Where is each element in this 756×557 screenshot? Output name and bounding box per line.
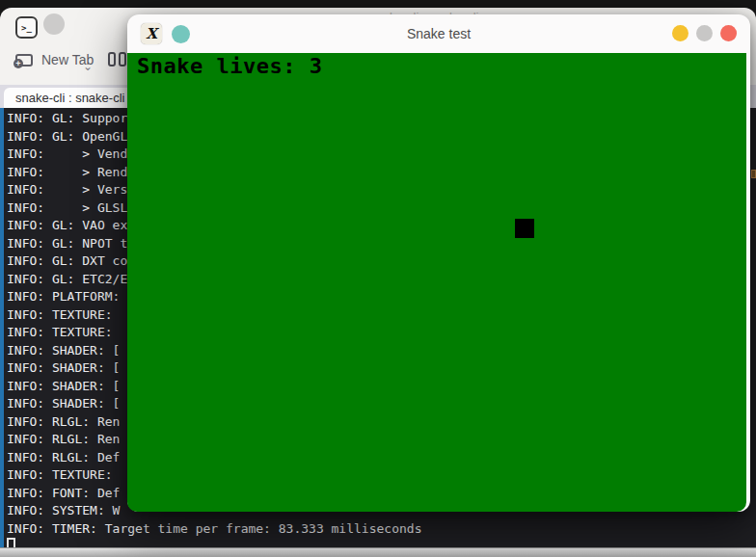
desktop: >_ snake-cli : snake-cli + New Tab ⌄ sna… (0, 0, 756, 557)
snake-square (515, 219, 534, 238)
maximize-button[interactable] (696, 25, 713, 41)
terminal-cursor (7, 538, 15, 547)
gray-dot-icon (43, 13, 65, 35)
terminal-edge-glyph (751, 170, 756, 178)
minimize-button[interactable] (672, 25, 688, 41)
taskbar-strip (0, 547, 756, 557)
plus-badge-icon: + (14, 59, 23, 68)
scroll-indicator[interactable] (0, 108, 4, 547)
terminal-app-icon[interactable]: >_ (15, 16, 38, 39)
snake-titlebar[interactable]: X Snake test (127, 14, 750, 53)
snake-window: X Snake test Snake lives: 3 (127, 14, 750, 512)
terminal-prompt-glyph: >_ (21, 23, 32, 33)
window-controls (672, 25, 737, 41)
snake-window-title: Snake test (127, 26, 750, 41)
new-tab-icon: + (15, 54, 33, 66)
tab-overview-icon[interactable] (108, 52, 129, 70)
close-button[interactable] (720, 25, 737, 41)
terminal-line: INFO: TIMER: Target time per frame: 83.3… (7, 520, 421, 539)
chevron-down-icon[interactable]: ⌄ (83, 60, 93, 73)
game-canvas[interactable]: Snake lives: 3 (127, 53, 746, 512)
tab-label: snake-cli : snake-cli (15, 91, 124, 105)
lives-hud: Snake lives: 3 (137, 54, 322, 78)
